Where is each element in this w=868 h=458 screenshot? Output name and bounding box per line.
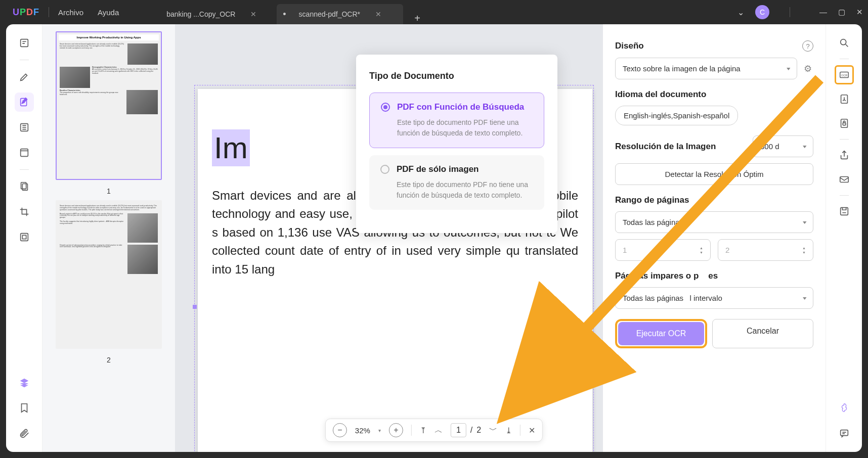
edit-icon[interactable]	[15, 93, 34, 112]
protect-icon[interactable]	[835, 114, 854, 133]
bookmark-icon[interactable]	[15, 398, 34, 418]
detect-resolution-button[interactable]: Detectar la Resolución Óptim	[615, 163, 813, 185]
pages-icon[interactable]	[15, 177, 34, 196]
radio-icon[interactable]	[380, 165, 389, 174]
thumbnail-page-2[interactable]: Smart devices and internet-based applica…	[56, 200, 162, 349]
layout-dropdown[interactable]: Texto sobre la imagen de la página▾	[615, 58, 797, 79]
language-label: Idioma del documento	[615, 89, 706, 100]
left-sidebar	[6, 24, 42, 452]
help-icon[interactable]: ?	[802, 40, 813, 52]
odd-even-dropdown[interactable]: Todas las páginas l intervalo▾	[615, 287, 813, 309]
thumbnail-page-1[interactable]: Improve Working Productivity in Using Ap…	[56, 31, 162, 180]
right-sidebar-bottom	[835, 398, 854, 443]
page-range-dropdown[interactable]: Todas las páginas▾	[615, 211, 813, 233]
email-icon[interactable]	[835, 170, 854, 189]
menu-help[interactable]: Ayuda	[98, 8, 119, 17]
tab-banking[interactable]: banking ...Copy_OCR ✕	[148, 4, 275, 24]
right-sidebar: OCR	[826, 24, 862, 452]
svg-rect-12	[841, 119, 847, 128]
svg-text:OCR: OCR	[841, 74, 847, 77]
prev-page-icon[interactable]: ︿	[435, 425, 443, 436]
option-description: Este tipo de documento PDF tiene una fun…	[381, 117, 533, 139]
page-separator: /	[470, 426, 472, 435]
reader-icon[interactable]	[15, 33, 34, 53]
option-title: PDF con Función de Búsqueda	[397, 102, 524, 112]
first-page-icon[interactable]: ⤒	[420, 426, 426, 435]
tab-scanned-pdf[interactable]: • scanned-pdf_OCR* ✕	[277, 4, 403, 24]
ocr-settings-panel: Diseño ? Texto sobre la imagen de la pág…	[603, 24, 826, 452]
divider	[520, 425, 520, 436]
svg-rect-6	[20, 234, 28, 241]
thumbnail-label: 1	[107, 187, 111, 195]
option-title: PDF de sólo imagen	[397, 164, 479, 174]
last-page-icon[interactable]: ⤓	[505, 426, 512, 435]
resolution-label: Resolución de la Imagen	[615, 142, 716, 152]
selected-text[interactable]: Im	[212, 129, 250, 166]
layers-icon[interactable]	[15, 373, 34, 392]
ocr-icon[interactable]: OCR	[835, 65, 854, 84]
close-window-icon[interactable]: ✕	[856, 8, 863, 17]
form-icon[interactable]	[15, 143, 34, 162]
convert-icon[interactable]	[835, 89, 854, 109]
current-page-input[interactable]: 1	[451, 423, 466, 437]
user-avatar[interactable]: C	[755, 5, 769, 19]
tab-label: banking ...Copy_OCR	[166, 10, 235, 18]
highlight-icon[interactable]	[15, 67, 34, 86]
cancel-button[interactable]: Cancelar	[712, 319, 813, 348]
organize-icon[interactable]	[15, 118, 34, 137]
chevron-down-icon[interactable]: ▾	[378, 428, 381, 433]
run-ocr-button[interactable]: Ejecutar OCR	[618, 322, 704, 345]
close-icon[interactable]: ✕	[375, 10, 381, 18]
spinner-icon[interactable]: ▲▼	[802, 246, 806, 254]
thumb-headline: Improve Working Productivity in Using Ap…	[59, 34, 159, 40]
compress-icon[interactable]	[15, 227, 34, 247]
menu-file[interactable]: Archivo	[58, 8, 83, 17]
share-icon[interactable]	[835, 146, 854, 165]
doc-type-searchable[interactable]: PDF con Función de Búsqueda Este tipo de…	[369, 93, 544, 148]
page-from-input[interactable]: 1▲▼	[615, 239, 711, 261]
comment-icon[interactable]	[835, 424, 854, 443]
divider	[20, 60, 29, 60]
doc-type-title: Tipo de Documento	[369, 71, 544, 81]
thumbnail-label: 2	[107, 356, 111, 364]
page-to-input[interactable]: 2▲▼	[718, 239, 813, 261]
divider	[790, 7, 790, 17]
next-page-icon[interactable]: ﹀	[489, 425, 497, 436]
chevron-down-icon[interactable]: ⌄	[737, 8, 744, 17]
zoom-in-button[interactable]: +	[389, 423, 403, 437]
search-icon[interactable]	[835, 33, 854, 53]
maximize-icon[interactable]: ▢	[838, 8, 845, 17]
radio-icon[interactable]	[381, 103, 390, 112]
spinner-icon[interactable]: ▲▼	[700, 246, 703, 254]
minimize-icon[interactable]: —	[819, 8, 827, 17]
zoom-level[interactable]: 32%	[355, 426, 370, 435]
new-tab-button[interactable]: +	[405, 13, 429, 24]
language-selector[interactable]: English-inglés,Spanish-español	[615, 106, 738, 125]
zoom-out-button[interactable]: −	[333, 423, 347, 437]
resolution-dropdown[interactable]: 300 d▾	[753, 135, 813, 157]
divider	[840, 139, 849, 140]
close-controls-icon[interactable]: ✕	[529, 426, 535, 435]
svg-rect-4	[21, 182, 26, 189]
page-controls: − 32% ▾ + ⤒ ︿ 1 / 2 ﹀ ⤓ ✕	[325, 419, 543, 442]
option-description: Este tipo de documento PDF no tiene una …	[380, 179, 533, 201]
chevron-down-icon: ▾	[803, 295, 807, 301]
layout-label: Diseño	[615, 41, 644, 51]
attachment-icon[interactable]	[15, 424, 34, 443]
chevron-down-icon: ▾	[787, 66, 791, 71]
page-number: 1 / 2	[451, 423, 481, 437]
left-sidebar-bottom	[15, 373, 34, 443]
title-right: ⌄ C — ▢ ✕	[737, 5, 863, 19]
document-type-panel: Tipo de Documento PDF con Función de Bús…	[356, 55, 557, 233]
save-icon[interactable]	[835, 202, 854, 221]
odd-even-label: Páginas impares o p es	[615, 271, 718, 281]
gear-icon[interactable]: ⚙	[802, 63, 813, 74]
svg-rect-7	[22, 235, 26, 239]
close-icon[interactable]: ✕	[250, 10, 256, 18]
svg-rect-0	[20, 39, 28, 47]
chevron-down-icon: ▾	[803, 144, 807, 149]
total-pages: 2	[476, 426, 481, 435]
ai-icon[interactable]	[835, 398, 854, 418]
crop-icon[interactable]	[15, 202, 34, 221]
doc-type-image-only[interactable]: PDF de sólo imagen Este tipo de document…	[369, 155, 544, 210]
